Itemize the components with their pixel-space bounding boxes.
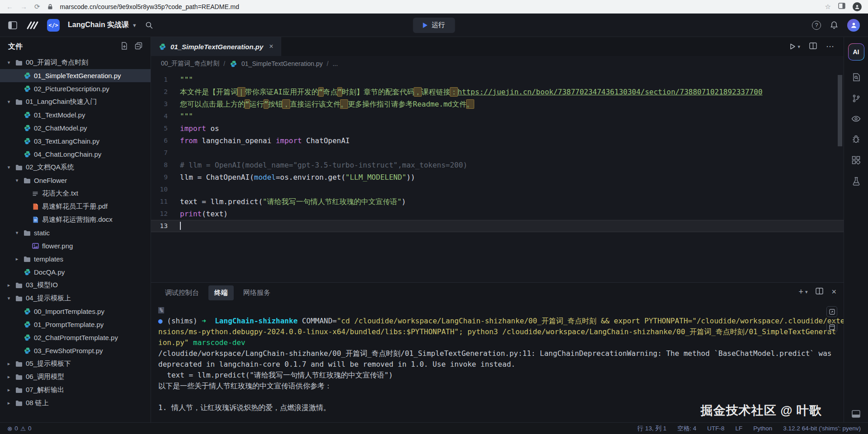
code-line[interactable]: 4""" — [151, 110, 844, 122]
breadcrumb-folder[interactable]: 00_开篇词_奇点时刻 — [161, 60, 219, 68]
tree-item[interactable]: 03_TextLangChain.py — [0, 135, 151, 148]
close-tab-icon[interactable]: × — [269, 42, 273, 51]
back-icon[interactable]: ← — [6, 3, 13, 10]
code-line[interactable]: 13 — [151, 220, 844, 232]
site-info-lock-icon[interactable] — [47, 4, 53, 10]
breadcrumb-more[interactable]: ... — [333, 60, 338, 67]
collapse-all-icon[interactable] — [135, 42, 142, 51]
file-explorer-sidebar: 文件 ▾00_开篇词_奇点时刻01_SimpleTextGeneration.p… — [0, 37, 151, 422]
code-line[interactable]: 12print(text) — [151, 208, 844, 220]
notifications-bell-icon[interactable] — [830, 21, 838, 29]
tree-item[interactable]: 00_ImportTemplates.py — [0, 305, 151, 318]
help-icon[interactable]: ? — [812, 21, 821, 30]
tree-item[interactable]: flower.png — [0, 239, 151, 252]
split-editor-icon[interactable] — [809, 42, 817, 51]
tree-item[interactable]: ▾static — [0, 226, 151, 239]
tree-item[interactable]: 04_ChatLongChain.py — [0, 148, 151, 161]
breadcrumb-file[interactable]: 01_SimpleTextGeneration.py — [241, 60, 323, 67]
terminal-open-editor-icon[interactable] — [826, 306, 837, 317]
code-line[interactable]: 9llm = ChatOpenAI(model=os.environ.get("… — [151, 171, 844, 183]
tree-item[interactable]: ▸08 链上 — [0, 397, 151, 410]
refresh-icon[interactable]: ⟳ — [34, 3, 40, 10]
tree-item-label: 07_解析输出 — [26, 386, 64, 394]
line-number: 12 — [151, 208, 180, 220]
code-line[interactable]: 10 — [151, 183, 844, 196]
url-text[interactable]: marscode.cn/course/9e9xol5r8yw35p?code_p… — [60, 3, 240, 10]
terminal-output[interactable]: %● (shims) ➜ LangChain-shizhanke COMMAND… — [151, 303, 844, 422]
code-line[interactable]: 1""" — [151, 74, 844, 86]
split-panel-icon[interactable] — [816, 288, 823, 296]
code-line[interactable]: 7 — [151, 147, 844, 159]
new-file-icon[interactable] — [121, 42, 128, 51]
tree-item[interactable]: 02_ChatPromptTemplate.py — [0, 331, 151, 344]
debug-icon[interactable] — [852, 135, 860, 144]
language-mode[interactable]: Python — [753, 425, 772, 433]
tree-item[interactable]: 01_PromptTemplate.py — [0, 318, 151, 331]
cursor-position[interactable]: 行 13, 列 1 — [637, 425, 667, 433]
indent-setting[interactable]: 空格: 4 — [677, 425, 696, 433]
terminal-maximize-icon[interactable] — [826, 322, 837, 332]
tree-item[interactable]: ▾00_开篇词_奇点时刻 — [0, 56, 151, 69]
tree-item[interactable]: ▸templates — [0, 252, 151, 266]
panel-tab-active[interactable]: 终端 — [208, 285, 234, 300]
folder-icon — [15, 164, 23, 171]
code-line[interactable]: 3您可以点击最上方的“运行”按钮，直接运行该文件。更多操作指引请参考Readme… — [151, 98, 844, 110]
code-line[interactable]: 8# llm = OpenAI(model_name="gpt-3.5-turb… — [151, 159, 844, 171]
tree-item[interactable]: ▾04_提示模板上 — [0, 292, 151, 305]
code-line[interactable]: 5import os — [151, 122, 844, 135]
panel-toggle-icon[interactable] — [852, 410, 860, 418]
tree-item[interactable]: 02_ChatModel.py — [0, 121, 151, 135]
eol-setting[interactable]: LF — [735, 425, 742, 433]
tree-item[interactable]: 易速鲜花运营指南.docx — [0, 213, 151, 226]
editor-tab[interactable]: 01_SimpleTextGeneration.py × — [151, 37, 281, 56]
tree-item[interactable]: ▸03_模型IO — [0, 279, 151, 292]
tree-item[interactable]: ▾02_文档QA系统 — [0, 161, 151, 174]
run-button[interactable]: 运行 — [413, 18, 455, 33]
extensions-icon[interactable] — [852, 156, 860, 164]
test-beaker-icon[interactable] — [852, 177, 860, 186]
tree-item[interactable]: 01_SimpleTextGeneration.py — [0, 69, 151, 82]
code-review-icon[interactable] — [852, 73, 861, 82]
bookmark-star-icon[interactable]: ☆ — [825, 3, 831, 10]
tree-item[interactable]: ▸05_提示模板下 — [0, 357, 151, 370]
close-panel-icon[interactable]: × — [831, 287, 836, 297]
more-actions-icon[interactable]: ⋯ — [826, 42, 835, 51]
ai-assistant-button[interactable]: AI — [848, 43, 864, 61]
source-control-icon[interactable] — [852, 94, 861, 103]
folder-icon — [15, 282, 23, 289]
chevron-icon: ▾ — [5, 99, 12, 105]
marscode-logo[interactable] — [25, 20, 39, 30]
forward-icon[interactable]: → — [20, 3, 27, 10]
problems-indicator[interactable]: ⊗ 0 ⚠ 0 — [7, 425, 31, 432]
code-line[interactable]: 6from langchain_openai import ChatOpenAI — [151, 135, 844, 147]
tree-item[interactable]: 02_PictureDescription.py — [0, 82, 151, 95]
code-line[interactable]: 2本文件是【开篇词｜带你亲证AI应用开发的“奇点”时刻】章节的配套代码，课程链接… — [151, 86, 844, 98]
course-title[interactable]: LangChain 实战课 ▼ — [68, 20, 137, 30]
preview-eye-icon[interactable] — [851, 115, 861, 122]
sidebar-toggle-icon[interactable] — [8, 21, 17, 29]
tree-item[interactable]: 易速鲜花员工手册.pdf — [0, 200, 151, 213]
tree-item-label: 03_TextLangChain.py — [34, 137, 99, 145]
panel-tab-inactive[interactable]: 调试控制台 — [159, 285, 205, 300]
code-line[interactable]: 11text = llm.predict("请给我写一句情人节红玫瑰的中文宣传语… — [151, 196, 844, 208]
tree-item[interactable]: 01_TextModel.py — [0, 108, 151, 121]
tree-item[interactable]: ▾01_LangChain快速入门 — [0, 95, 151, 108]
side-panel-icon[interactable] — [838, 3, 845, 11]
code-editor[interactable]: 1"""2本文件是【开篇词｜带你亲证AI应用开发的“奇点”时刻】章节的配套代码，… — [151, 71, 844, 282]
browser-avatar[interactable] — [853, 2, 862, 11]
run-file-icon[interactable]: ▾ — [789, 43, 800, 50]
editor-scrollbar[interactable] — [838, 75, 842, 146]
tree-item[interactable]: DocQA.py — [0, 266, 151, 279]
search-icon[interactable] — [145, 21, 153, 29]
user-avatar[interactable] — [847, 19, 860, 32]
new-terminal-icon[interactable]: +▾ — [798, 287, 807, 297]
panel-tab-inactive[interactable]: 网络服务 — [237, 285, 276, 300]
tree-item[interactable]: 03_FewShotPrompt.py — [0, 344, 151, 357]
tree-item-label: 花语大全.txt — [42, 189, 78, 198]
tree-item[interactable]: 花语大全.txt — [0, 187, 151, 200]
tree-item[interactable]: ▾OneFlower — [0, 174, 151, 187]
python-interpreter[interactable]: 3.12.2 64-bit ('shims': pyenv) — [783, 425, 861, 433]
encoding[interactable]: UTF-8 — [707, 425, 724, 433]
tree-item[interactable]: ▸07_解析输出 — [0, 383, 151, 397]
tree-item[interactable]: ▸06_调用模型 — [0, 370, 151, 383]
